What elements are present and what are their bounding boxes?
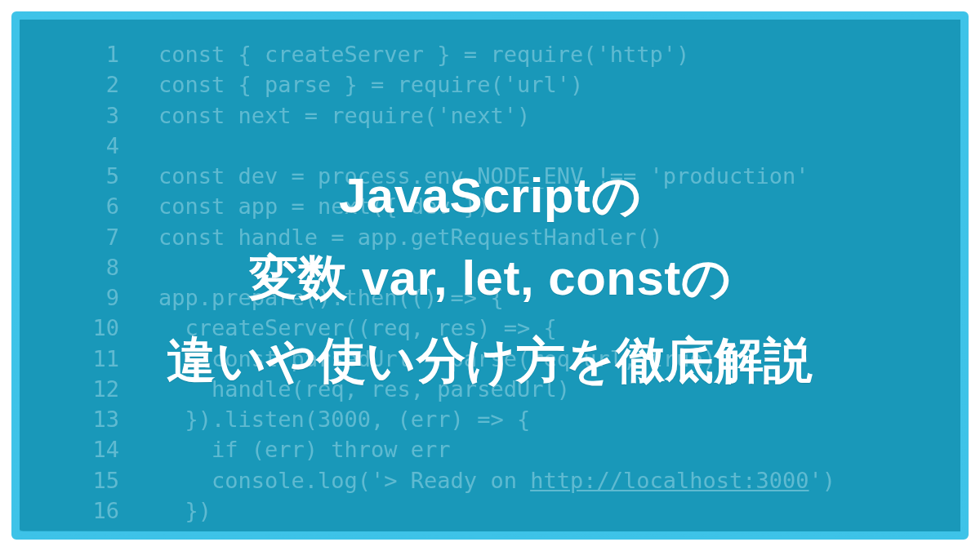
- headline-line-2: 変数 var, let, constの: [249, 242, 732, 313]
- headline-block: JavaScriptの 変数 var, let, constの 違いや使い分け方…: [15, 15, 965, 536]
- headline-line-1: JavaScriptの: [339, 160, 641, 231]
- headline-line-3: 違いや使い分け方を徹底解説: [167, 325, 813, 396]
- thumbnail-card: 1const { createServer } = require('http'…: [15, 15, 965, 536]
